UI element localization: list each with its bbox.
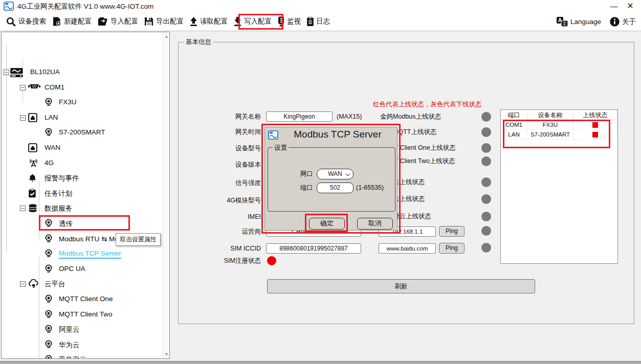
toolbar-button-label: 新建配置 (64, 17, 92, 26)
tree-item-label: MQTT Client One (59, 295, 113, 303)
table-row[interactable]: COM1FX3U (501, 120, 617, 130)
form-input[interactable]: KingPigeon (266, 111, 333, 122)
device-icon (45, 325, 53, 333)
table-cell-name: S7-200SMART (527, 130, 573, 140)
collapse-icon[interactable]: ─ (20, 281, 26, 287)
import-config-icon (97, 16, 108, 27)
close-button[interactable]: ✕ (624, 1, 637, 12)
tree-connector (39, 257, 39, 359)
tcp-port-input[interactable]: 502 (317, 183, 353, 193)
tooltip: 双击设置属性 (116, 233, 161, 246)
about-icon (609, 16, 620, 27)
form-hint: (MAX15) (337, 111, 362, 122)
sim-status-indicator (267, 256, 276, 265)
toolbar-button-read-config[interactable]: 读取配置 (189, 13, 228, 30)
scroll-up-icon[interactable]: ▲ (163, 33, 170, 40)
bell-icon (28, 173, 37, 183)
tree-item-label: 4G (45, 159, 54, 167)
tree-item-label: 华为云 (59, 340, 80, 350)
table-row[interactable]: LANS7-200SMART (501, 130, 617, 140)
toolbar-button-monitor[interactable]: 监视 (277, 13, 301, 30)
serial-port-icon (28, 83, 40, 90)
online-status-indicator (481, 127, 491, 137)
collapse-icon[interactable]: ─ (20, 206, 26, 211)
tree-item-华为云[interactable]: 华为云 (2, 339, 162, 351)
search-icon (6, 16, 16, 27)
collapse-icon[interactable]: ─ (20, 85, 26, 90)
tree-item-任务计划[interactable]: 任务计划 (2, 188, 162, 200)
toolbar-button-label: 设备搜索 (18, 17, 46, 26)
tree-item-s7-200smart[interactable]: S7-200SMART (2, 127, 162, 139)
minimize-button[interactable]: — (607, 1, 621, 12)
table-cell-port: COM1 (501, 120, 527, 130)
tree-item-bl102ua[interactable]: ─BL102UA (2, 66, 162, 79)
table-header-cell: 设备名称 (527, 110, 573, 120)
cancel-button[interactable]: 取消 (357, 218, 393, 230)
export-config-icon (144, 16, 154, 27)
tree-item-阿里云[interactable]: 阿里云 (2, 324, 162, 336)
toolbar-button-about[interactable]: 关于 (609, 13, 636, 30)
refresh-button[interactable]: 刷新 (267, 279, 535, 293)
toolbar-right-items: A文Language关于 (548, 12, 636, 31)
form-label: SIM ICCID (179, 243, 261, 254)
table-cell-online (573, 130, 617, 140)
ping-button[interactable]: Ping (439, 226, 465, 237)
toolbar-button-label: 日志 (316, 17, 330, 26)
window-title: 4G工业网关配置软件 V1.0 www.4G-IOT.com (17, 2, 153, 11)
ok-button[interactable]: 确定 (309, 218, 345, 230)
ping-target-input[interactable]: www.baidu.com (379, 243, 436, 254)
tree-item-透传[interactable]: 透传 (2, 218, 162, 230)
form-input[interactable]: 89860080191995027887 (266, 243, 361, 254)
tree-item-mqtt-client-two[interactable]: MQTT Client Two (2, 309, 162, 321)
net-port-label: 网口 (282, 169, 313, 179)
tree-item-opc-ua[interactable]: OPC UA (2, 263, 162, 276)
tree-item-fx3u[interactable]: FX3U (2, 97, 162, 109)
tree-item-mqtt-client-one[interactable]: MQTT Client One (2, 293, 162, 306)
toolbar-button-search[interactable]: 设备搜索 (6, 13, 46, 30)
ping-button[interactable]: Ping (439, 243, 465, 254)
log-icon (306, 17, 314, 27)
tree-item-label: COM1 (45, 83, 64, 91)
tcp-port-label: 端口 (282, 183, 313, 193)
tree-item-modbus-tcp-server[interactable]: Modbus TCP Server (2, 248, 162, 260)
language-icon: A文 (556, 16, 568, 27)
tree-item-4g[interactable]: 4G (2, 157, 162, 170)
toolbar-button-label: 导入配置 (110, 17, 138, 26)
device-icon (45, 355, 53, 359)
collapse-icon[interactable]: ─ (20, 115, 26, 121)
online-indicator-square (592, 132, 598, 138)
tree-item-wan[interactable]: WAN (2, 142, 162, 154)
online-status-indicator (481, 156, 491, 166)
tree-item-数据服务[interactable]: ─数据服务 (2, 202, 162, 215)
tree-item-label: 云平台 (45, 280, 65, 289)
net-port-select[interactable]: WAN (317, 169, 353, 179)
device-icon (45, 234, 53, 243)
toolbar-button-write-config[interactable]: 写入配置 (233, 13, 272, 30)
toolbar-button-label: 导出配置 (156, 17, 184, 26)
online-indicator-square (592, 122, 598, 128)
tree-item-lan[interactable]: ─LAN (2, 112, 162, 124)
toolbar-button-language[interactable]: A文Language (556, 13, 601, 30)
online-status-indicator (481, 194, 491, 204)
device-icon (45, 98, 53, 106)
tree-scrollbar[interactable]: ▲ ▼ (163, 32, 169, 358)
form-label: 4G模块型号 (179, 195, 261, 206)
toolbar-button-import-config[interactable]: 导入配置 (97, 13, 138, 30)
table-cell-port: LAN (501, 130, 527, 140)
chevron-down-icon (346, 172, 350, 176)
tree-item-com1[interactable]: ─COM1 (2, 82, 162, 94)
toolbar-button-export-config[interactable]: 导出配置 (144, 13, 184, 30)
tree-connector (23, 91, 23, 102)
form-label: 设备版本 (179, 160, 261, 170)
toolbar-button-new-config[interactable]: 新建配置 (52, 13, 92, 30)
table-header-cell: 端口 (501, 110, 527, 120)
form-label: 运营商 (179, 226, 261, 237)
table-header-cell: 上线状态 (573, 110, 617, 120)
toolbar-button-log[interactable]: 日志 (306, 13, 330, 30)
tree-item-label: 透传 (59, 219, 73, 229)
tree-item-报警与事件[interactable]: 报警与事件 (2, 172, 162, 185)
device-icon (45, 340, 53, 349)
tree-item-云平台[interactable]: ─云平台 (2, 278, 162, 290)
scroll-down-icon[interactable]: ▼ (163, 351, 170, 358)
tree-item-亚马逊云[interactable]: 亚马逊云 (2, 354, 162, 359)
